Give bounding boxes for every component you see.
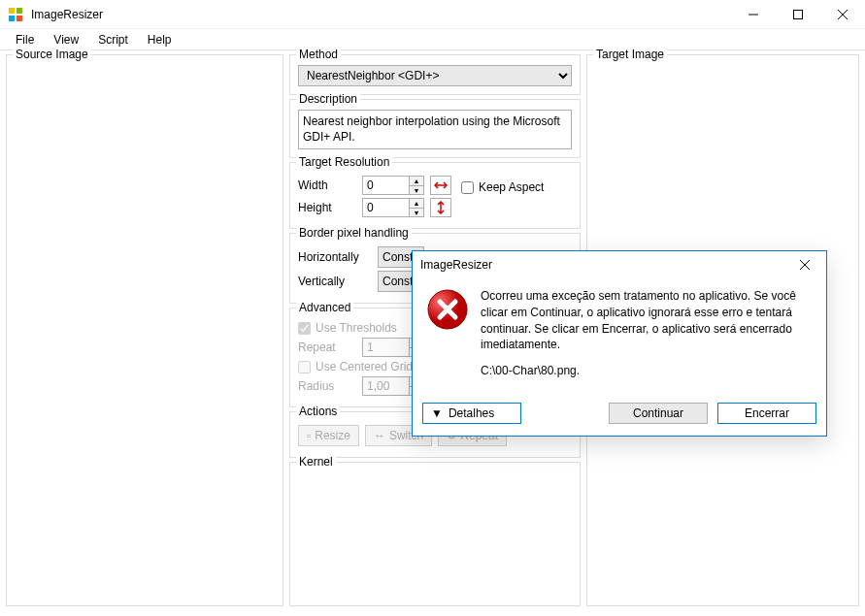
centered-grid-label: Use Centered Grid <box>316 360 413 373</box>
dialog-title: ImageResizer <box>420 258 791 272</box>
target-resolution-legend: Target Resolution <box>296 155 392 169</box>
target-image-legend: Target Image <box>593 48 667 61</box>
svg-rect-1 <box>17 8 22 14</box>
svg-rect-3 <box>17 16 22 21</box>
description-legend: Description <box>296 92 360 106</box>
thresholds-label: Use Thresholds <box>316 321 397 335</box>
border-v-label: Vertically <box>298 275 372 288</box>
svg-rect-5 <box>794 10 803 18</box>
width-up[interactable]: ▲ <box>409 176 424 185</box>
width-input[interactable] <box>362 176 409 195</box>
dialog-close-button[interactable] <box>791 253 818 276</box>
menu-help[interactable]: Help <box>140 31 180 49</box>
dialog-message: Ocorreu uma exceção sem tratamento no ap… <box>481 288 813 353</box>
minimize-button[interactable] <box>731 0 776 29</box>
keep-aspect-checkbox[interactable] <box>461 181 474 194</box>
height-input[interactable] <box>362 198 409 217</box>
description-text: Nearest neighbor interpolation using the… <box>298 110 572 149</box>
switch-icon: ↔ <box>374 429 385 442</box>
target-resolution-panel: Target Resolution Width ▲▼ Heig <box>289 162 581 229</box>
centered-grid-checkbox <box>298 361 311 373</box>
details-button[interactable]: ▼ Detalhes <box>422 403 521 424</box>
method-select[interactable]: NearestNeighbor <GDI+> <box>298 65 572 86</box>
flip-horizontal-icon[interactable] <box>430 176 451 195</box>
app-icon <box>8 7 23 22</box>
source-image-legend: Source Image <box>13 48 91 61</box>
height-down[interactable]: ▼ <box>409 208 424 217</box>
method-panel: Method NearestNeighbor <GDI+> <box>289 54 581 95</box>
kernel-legend: Kernel <box>296 455 336 469</box>
radius-input <box>362 376 409 396</box>
chevron-down-icon: ▼ <box>431 406 443 420</box>
close-app-button[interactable]: Encerrar <box>717 403 816 424</box>
thresholds-checkbox <box>298 322 311 335</box>
radius-label: Radius <box>298 379 356 393</box>
flip-vertical-icon[interactable] <box>430 198 451 217</box>
repeat-input <box>362 338 409 357</box>
source-image-panel: Source Image <box>6 54 283 606</box>
resize-icon: ▫ <box>307 429 311 442</box>
error-dialog: ImageResizer Ocorreu uma exceção sem tra… <box>412 250 827 437</box>
keep-aspect-label: Keep Aspect <box>479 180 544 194</box>
border-h-label: Horizontally <box>298 250 372 264</box>
description-panel: Description Nearest neighbor interpolati… <box>289 99 581 158</box>
error-icon <box>426 288 469 389</box>
close-button[interactable] <box>820 0 865 29</box>
window-title: ImageResizer <box>31 8 731 21</box>
width-label: Width <box>298 178 356 192</box>
maximize-button[interactable] <box>776 0 820 29</box>
height-label: Height <box>298 201 356 214</box>
menu-view[interactable]: View <box>46 31 86 49</box>
menu-script[interactable]: Script <box>90 31 136 49</box>
svg-rect-2 <box>9 16 15 21</box>
height-up[interactable]: ▲ <box>409 198 424 208</box>
titlebar: ImageResizer <box>0 0 865 29</box>
actions-legend: Actions <box>296 405 340 418</box>
width-down[interactable]: ▼ <box>409 185 424 195</box>
svg-rect-0 <box>9 8 15 14</box>
repeat-label: Repeat <box>298 340 356 354</box>
kernel-panel: Kernel <box>289 462 581 606</box>
width-spinner[interactable]: ▲▼ <box>362 176 424 195</box>
dialog-titlebar: ImageResizer <box>413 251 826 278</box>
menubar: File View Script Help <box>0 29 865 50</box>
advanced-legend: Advanced <box>296 301 353 314</box>
dialog-path: C:\00-Char\80.png. <box>481 363 813 379</box>
continue-button[interactable]: Continuar <box>609 403 708 424</box>
menu-file[interactable]: File <box>8 31 42 49</box>
method-legend: Method <box>296 48 341 61</box>
height-spinner[interactable]: ▲▼ <box>362 198 424 217</box>
border-legend: Border pixel handling <box>296 226 412 240</box>
resize-button: ▫ Resize <box>298 425 359 446</box>
